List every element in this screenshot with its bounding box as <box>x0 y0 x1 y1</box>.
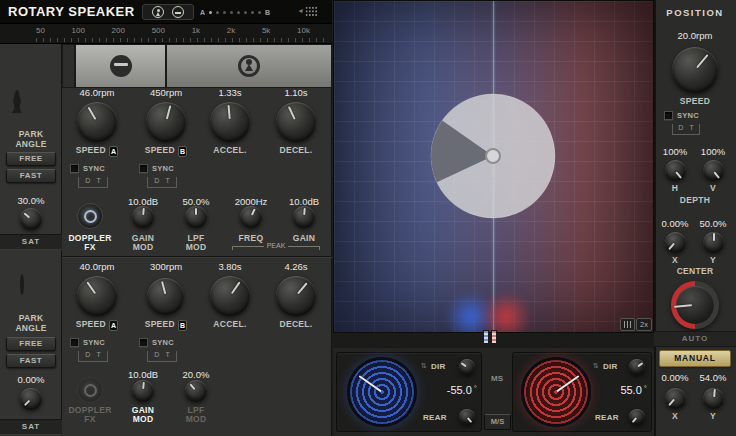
sync-checkbox[interactable] <box>139 164 148 173</box>
drum-rear-knob[interactable] <box>459 409 475 425</box>
manual-x-value[interactable]: 0.00% <box>656 372 694 383</box>
center-y-knob[interactable] <box>703 232 724 253</box>
drum-fast-button[interactable]: FAST <box>6 354 56 368</box>
drum-speed-a-knob[interactable] <box>77 276 117 316</box>
center-y-value[interactable]: 50.0% <box>694 218 732 229</box>
horn-sat-knob[interactable] <box>20 208 42 230</box>
drum-accel-knob[interactable] <box>210 276 250 316</box>
drum-sync-a[interactable]: SYNC <box>70 338 105 347</box>
horn-sync-b[interactable]: SYNC <box>139 164 174 173</box>
drum-sync-b[interactable]: SYNC <box>139 338 174 347</box>
center-x-value[interactable]: 0.00% <box>656 218 694 229</box>
horn-speed-b-label: SPEEDB <box>134 146 198 157</box>
rotor-disc[interactable] <box>334 1 654 333</box>
sync-checkbox[interactable] <box>70 164 79 173</box>
horn-free-button[interactable]: FREE <box>6 152 56 166</box>
sync-checkbox[interactable] <box>139 338 148 347</box>
drum-dir-knob[interactable] <box>459 359 475 375</box>
frequency-ruler: 50 100 200 500 1k 2k 5k 10k <box>0 24 332 44</box>
drum-accel-value[interactable]: 3.80s <box>200 261 260 272</box>
manual-x-knob[interactable] <box>665 388 686 409</box>
crossover-bands <box>62 44 332 88</box>
horn-gain-mod-knob[interactable] <box>132 206 154 228</box>
horn-freq-knob[interactable] <box>240 206 262 228</box>
depth-h-knob[interactable] <box>665 160 686 181</box>
horn-doppler-button[interactable] <box>77 203 103 229</box>
output-volume-control[interactable]: ◂ <box>298 5 318 17</box>
band-drum[interactable] <box>75 44 166 88</box>
depth-v-value[interactable]: 100% <box>694 146 732 157</box>
sync-checkbox[interactable] <box>664 111 673 120</box>
speaker-grill-icon[interactable] <box>305 6 318 17</box>
ab-dot[interactable] <box>244 11 247 14</box>
ab-dot[interactable] <box>258 11 261 14</box>
horn-fast-button[interactable]: FAST <box>6 169 56 183</box>
horn-sync-a-dt[interactable]: DT <box>78 177 108 188</box>
drum-lpf-mod-knob[interactable] <box>185 380 207 402</box>
horn-dir-value[interactable]: 55.0° <box>591 384 647 396</box>
horn-rear-knob[interactable] <box>629 409 645 425</box>
manual-y-value[interactable]: 54.0% <box>694 372 732 383</box>
center-x-knob[interactable] <box>665 232 686 253</box>
ab-dot[interactable] <box>209 11 212 14</box>
drum-gain-mod-knob[interactable] <box>132 380 154 402</box>
horn-decel-value[interactable]: 1.10s <box>266 87 326 98</box>
drum-sync-a-dt[interactable]: DT <box>78 351 108 362</box>
horn-accel-knob[interactable] <box>210 102 250 142</box>
ab-a-label[interactable]: A <box>200 9 205 16</box>
drum-speed-b-knob[interactable] <box>147 278 184 315</box>
manual-y-knob[interactable] <box>703 388 724 409</box>
manual-mode-button[interactable]: MANUAL <box>659 350 731 367</box>
drum-dir-value[interactable]: -55.0° <box>421 384 477 396</box>
horn-sync-b-dt[interactable]: DT <box>147 177 177 188</box>
horn-sync-a[interactable]: SYNC <box>70 164 105 173</box>
horn-accel-value[interactable]: 1.33s <box>200 87 260 98</box>
position-sync-dt[interactable]: DT <box>672 124 700 135</box>
drum-speed-b-label: SPEEDB <box>134 320 198 331</box>
drum-gain-mod-label: GAINMOD <box>118 406 168 424</box>
auto-mode-button[interactable]: AUTO <box>654 331 736 347</box>
ms-button[interactable]: M/S <box>484 414 511 430</box>
center-knob[interactable] <box>671 281 719 329</box>
drum-sat-knob[interactable] <box>20 388 42 410</box>
drum-decel-knob[interactable] <box>276 276 316 316</box>
sync-checkbox[interactable] <box>70 338 79 347</box>
ab-dot[interactable] <box>237 11 240 14</box>
zoom-2x-button[interactable]: 2x <box>636 318 652 331</box>
ab-morph-strip[interactable]: A B <box>200 6 292 18</box>
horn-speed-a-value[interactable]: 46.0rpm <box>67 87 127 98</box>
ab-dot[interactable] <box>223 11 226 14</box>
depth-h-value[interactable]: 100% <box>656 146 694 157</box>
drum-enable-icon[interactable] <box>172 6 184 18</box>
horn-speed-b-value[interactable]: 450rpm <box>136 87 196 98</box>
ab-dot[interactable] <box>251 11 254 14</box>
drum-rotor-knob[interactable] <box>347 357 417 427</box>
drum-speed-a-label: SPEEDA <box>65 320 129 331</box>
collapse-arrow-icon[interactable]: ◂ <box>298 5 302 17</box>
ab-dot[interactable] <box>216 11 219 14</box>
horn-speed-a-knob[interactable] <box>77 102 117 142</box>
drum-free-button[interactable]: FREE <box>6 337 56 351</box>
horn-lpf-mod-knob[interactable] <box>185 206 207 228</box>
drum-gain-mod-value[interactable]: 10.0dB <box>121 369 165 380</box>
drum-lpf-mod-label: LPFMOD <box>171 406 221 424</box>
drum-sync-b-dt[interactable]: DT <box>147 351 177 362</box>
horn-speed-b-knob[interactable] <box>146 102 186 142</box>
position-sync[interactable]: SYNC <box>664 111 699 120</box>
horn-gain-knob[interactable] <box>293 206 315 228</box>
drum-speed-b-value[interactable]: 300rpm <box>136 261 196 272</box>
horn-decel-knob[interactable] <box>276 102 316 142</box>
depth-v-knob[interactable] <box>703 160 724 181</box>
band-horn[interactable] <box>166 44 332 88</box>
horn-enable-icon[interactable] <box>152 6 164 18</box>
position-speed-knob[interactable] <box>672 47 718 93</box>
ab-b-label[interactable]: B <box>265 9 270 16</box>
position-xy-pad[interactable] <box>333 0 654 333</box>
horn-dir-knob[interactable] <box>629 359 645 375</box>
horn-rotor-knob[interactable] <box>521 357 591 427</box>
drum-doppler-button[interactable] <box>77 377 103 403</box>
band-edge-strip[interactable] <box>62 44 75 88</box>
grid-toggle-button[interactable] <box>620 318 635 331</box>
ab-dot[interactable] <box>230 11 233 14</box>
horn-speed-a-label: SPEEDA <box>65 146 129 157</box>
